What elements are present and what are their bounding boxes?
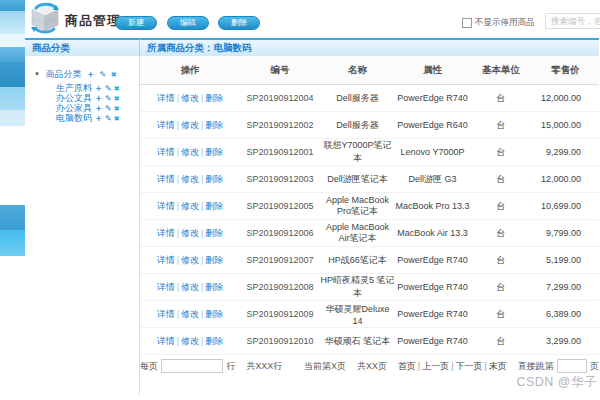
cell-unit: 台 [470, 335, 532, 348]
modify-link[interactable]: 修改 [181, 93, 199, 103]
tree-item-label[interactable]: 电脑数码 [56, 113, 92, 123]
delete-category-icon[interactable]: ✖ [114, 105, 120, 112]
modify-link[interactable]: 修改 [181, 147, 199, 157]
delete-link[interactable]: 删除 [205, 309, 223, 319]
separator: | [177, 174, 179, 184]
column-header-actions: 操作 [140, 64, 240, 77]
category-tree: ▼ 商品分类 ＋ ✎ ✖ 生产原料＋✎✖办公文具＋✎✖办公家具＋✎✖电脑数码＋✎… [25, 56, 139, 123]
detail-link[interactable]: 详情 [157, 120, 175, 130]
hide-disabled-checkbox[interactable] [462, 18, 472, 28]
separator: | [201, 147, 203, 157]
edit-button[interactable]: 编辑 [167, 16, 209, 30]
decorative-strip-block [0, 11, 25, 34]
decorative-strip-block [0, 230, 25, 256]
cell-unit: 台 [470, 92, 532, 105]
edit-category-icon[interactable]: ✎ [105, 94, 112, 103]
modify-link[interactable]: 修改 [181, 174, 199, 184]
delete-link[interactable]: 删除 [205, 336, 223, 346]
cell-attr: PowerEdge R740 [395, 255, 470, 265]
modify-link[interactable]: 修改 [181, 309, 199, 319]
delete-link[interactable]: 删除 [205, 147, 223, 157]
page-title: 商品管理 [65, 12, 121, 30]
tree-root-label[interactable]: 商品分类 [45, 69, 81, 79]
collapse-triangle-icon[interactable]: ▼ [34, 71, 40, 77]
next-page-link[interactable]: 下一页 [456, 360, 483, 373]
cell-code: SP20190912004 [240, 93, 320, 103]
tree-item: 电脑数码＋✎✖ [34, 113, 139, 123]
tree-item: 办公家具＋✎✖ [34, 103, 139, 113]
delete-category-icon[interactable]: ✖ [111, 71, 117, 78]
column-header-attr: 属性 [395, 64, 470, 77]
cell-price: 9,799.00 [532, 228, 599, 238]
search-input[interactable] [545, 13, 600, 29]
cell-code: SP20190912010 [240, 336, 320, 346]
delete-button[interactable]: 删除 [218, 16, 260, 30]
modify-link[interactable]: 修改 [181, 336, 199, 346]
edit-category-icon[interactable]: ✎ [105, 104, 112, 113]
detail-link[interactable]: 详情 [157, 228, 175, 238]
delete-category-icon[interactable]: ✖ [114, 95, 120, 102]
detail-link[interactable]: 详情 [157, 282, 175, 292]
add-category-icon[interactable]: ＋ [94, 103, 103, 113]
modify-link[interactable]: 修改 [181, 201, 199, 211]
edit-category-icon[interactable]: ✎ [105, 114, 112, 123]
tree-item-label[interactable]: 办公文具 [56, 93, 92, 103]
separator: | [177, 309, 179, 319]
tree-item: 生产原料＋✎✖ [34, 83, 139, 93]
delete-link[interactable]: 删除 [205, 201, 223, 211]
delete-category-icon[interactable]: ✖ [114, 85, 120, 92]
add-category-icon[interactable]: ＋ [86, 69, 95, 79]
delete-link[interactable]: 删除 [205, 93, 223, 103]
separator: | [201, 201, 203, 211]
tree-item-label[interactable]: 生产原料 [56, 83, 92, 93]
column-header-code: 编号 [240, 64, 320, 77]
edit-category-icon[interactable]: ✎ [105, 84, 112, 93]
add-category-icon[interactable]: ＋ [94, 113, 103, 123]
detail-link[interactable]: 详情 [157, 174, 175, 184]
prev-page-link[interactable]: 上一页 [422, 360, 449, 373]
delete-link[interactable]: 删除 [205, 282, 223, 292]
first-page-link[interactable]: 首页 [398, 360, 416, 373]
row-actions-cell: 详情|修改|删除 [140, 173, 240, 186]
separator: | [177, 336, 179, 346]
cell-code: SP20190912007 [240, 255, 320, 265]
cell-price: 6,389.00 [532, 309, 599, 319]
cell-unit: 台 [470, 200, 532, 213]
modify-link[interactable]: 修改 [181, 228, 199, 238]
tree-item-label[interactable]: 办公家具 [56, 103, 92, 113]
separator: | [201, 336, 203, 346]
detail-link[interactable]: 详情 [157, 93, 175, 103]
category-panel-title: 商品分类 [25, 38, 140, 56]
modify-link[interactable]: 修改 [181, 282, 199, 292]
row-actions-cell: 详情|修改|删除 [140, 92, 240, 105]
detail-link[interactable]: 详情 [157, 309, 175, 319]
delete-category-icon[interactable]: ✖ [114, 115, 120, 122]
add-category-icon[interactable]: ＋ [94, 93, 103, 103]
separator: | [177, 93, 179, 103]
cell-name: Apple MacBook Air笔记本 [320, 222, 395, 245]
cell-unit: 台 [470, 119, 532, 132]
last-page-link[interactable]: 末页 [489, 360, 507, 373]
cell-price: 10,699.00 [532, 201, 599, 211]
modify-link[interactable]: 修改 [181, 255, 199, 265]
product-table-panel: 操作 编号 名称 属性 基本单位 零售价 详情|修改|删除SP201909120… [140, 56, 599, 395]
detail-link[interactable]: 详情 [157, 147, 175, 157]
tree-root-item: ▼ 商品分类 ＋ ✎ ✖ [34, 69, 139, 79]
create-button[interactable]: 新建 [115, 16, 157, 30]
detail-link[interactable]: 详情 [157, 336, 175, 346]
per-page-input[interactable] [161, 359, 223, 373]
detail-link[interactable]: 详情 [157, 255, 175, 265]
modify-link[interactable]: 修改 [181, 120, 199, 130]
hide-disabled-option: 不显示停用商品 [462, 17, 535, 29]
delete-link[interactable]: 删除 [205, 120, 223, 130]
delete-link[interactable]: 删除 [205, 174, 223, 184]
rows-label: 行 [226, 360, 235, 373]
add-category-icon[interactable]: ＋ [94, 83, 103, 93]
separator: | [201, 174, 203, 184]
cell-code: SP20190912008 [240, 282, 320, 292]
detail-link[interactable]: 详情 [157, 201, 175, 211]
delete-link[interactable]: 删除 [205, 228, 223, 238]
delete-link[interactable]: 删除 [205, 255, 223, 265]
edit-category-icon[interactable]: ✎ [100, 70, 107, 79]
jump-page-input[interactable] [557, 359, 587, 373]
